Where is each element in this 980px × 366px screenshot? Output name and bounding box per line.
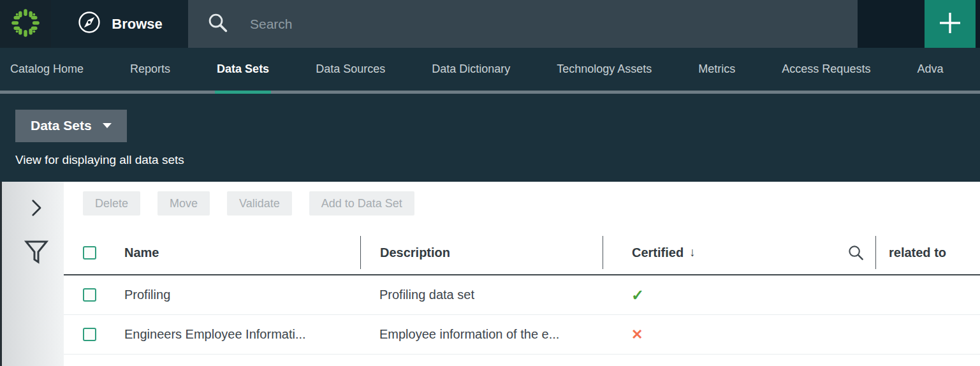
filter-funnel-icon <box>24 258 49 268</box>
view-selector-dropdown[interactable]: Data Sets <box>15 110 127 142</box>
cell-certified: ✓ <box>603 275 875 314</box>
cell-related-to <box>875 315 980 354</box>
row-select-cell <box>64 315 108 354</box>
browse-menu-button[interactable]: Browse <box>51 0 188 48</box>
nav-tab-reports[interactable]: Reports <box>130 48 170 91</box>
nav-tab-access-requests[interactable]: Access Requests <box>782 48 870 91</box>
data-set-link[interactable]: Engineers Employee Informati... <box>124 327 306 342</box>
nav-tab-data-sets[interactable]: Data Sets <box>217 48 269 91</box>
check-icon: ✓ <box>631 286 644 304</box>
content-area: Delete Move Validate Add to Data Set Nam… <box>0 182 980 366</box>
cell-description: Employee information of the e... <box>360 315 603 354</box>
column-header-related-to-label: related to <box>889 245 946 260</box>
data-set-link[interactable]: Profiling <box>124 288 170 302</box>
column-header-related-to[interactable]: related to <box>875 236 980 269</box>
browse-label: Browse <box>112 16 162 33</box>
cell-name: Engineers Employee Informati... <box>108 315 360 354</box>
cross-icon: ✕ <box>631 326 643 343</box>
global-search-bar[interactable] <box>188 0 858 48</box>
column-header-certified[interactable]: Certified ↓ <box>603 236 875 269</box>
row-select-cell <box>64 275 108 314</box>
row-checkbox[interactable] <box>83 288 96 302</box>
description-text: Profiling data set <box>379 288 474 302</box>
column-search-icon[interactable] <box>847 244 865 261</box>
column-header-certified-label: Certified <box>632 245 684 260</box>
nav-tab-metrics[interactable]: Metrics <box>698 48 735 91</box>
view-selector-label: Data Sets <box>31 118 92 133</box>
column-header-name[interactable]: Name <box>108 236 360 269</box>
nav-tab-data-sources[interactable]: Data Sources <box>316 48 385 91</box>
column-header-description[interactable]: Description <box>360 236 603 269</box>
sort-descending-arrow-icon[interactable]: ↓ <box>689 245 696 260</box>
table-row: Engineers Employee Informati... Employee… <box>64 315 980 355</box>
description-text: Employee information of the e... <box>379 327 559 342</box>
compass-icon <box>77 10 102 39</box>
filter-side-rail <box>0 182 64 366</box>
nav-tab-data-dictionary[interactable]: Data Dictionary <box>432 48 510 91</box>
app-logo[interactable] <box>0 0 51 48</box>
delete-button[interactable]: Delete <box>83 191 140 216</box>
nav-tab-technology-assets[interactable]: Technology Assets <box>557 48 652 91</box>
caret-down-icon <box>103 123 112 128</box>
view-description: View for displaying all data sets <box>15 153 980 167</box>
select-all-cell <box>64 230 108 275</box>
page-header: Data Sets View for displaying all data s… <box>0 94 980 182</box>
table-header-row: Name Description Certified ↓ related to <box>64 230 980 275</box>
nav-tab-advanced-truncated[interactable]: Adva <box>917 48 943 91</box>
data-sets-main: Delete Move Validate Add to Data Set Nam… <box>64 182 980 366</box>
topbar-spacer <box>858 0 925 48</box>
validate-button[interactable]: Validate <box>227 191 292 216</box>
search-input[interactable] <box>249 16 858 33</box>
column-header-description-label: Description <box>380 245 450 260</box>
collibra-logo-icon <box>10 8 41 41</box>
cell-name: Profiling <box>108 275 360 314</box>
nav-tab-catalog-home[interactable]: Catalog Home <box>10 48 84 91</box>
bulk-actions-toolbar: Delete Move Validate Add to Data Set <box>64 182 980 230</box>
select-all-checkbox[interactable] <box>83 246 96 260</box>
chevron-right-icon <box>29 209 45 219</box>
top-bar: Browse <box>0 0 980 48</box>
expand-panel-button[interactable] <box>26 196 48 223</box>
plus-icon <box>936 9 964 39</box>
move-button[interactable]: Move <box>157 191 210 216</box>
row-checkbox[interactable] <box>83 328 96 341</box>
add-to-data-set-button[interactable]: Add to Data Set <box>309 191 414 216</box>
cell-description: Profiling data set <box>360 275 603 314</box>
search-icon <box>207 12 228 36</box>
cell-certified: ✕ <box>603 315 875 354</box>
add-button[interactable] <box>925 0 976 48</box>
filter-button[interactable] <box>21 236 52 272</box>
catalog-nav-bar: Catalog Home Reports Data Sets Data Sour… <box>0 48 980 91</box>
table-row: Profiling Profiling data set ✓ <box>64 275 980 315</box>
column-header-name-label: Name <box>124 245 159 260</box>
cell-related-to <box>875 275 980 314</box>
